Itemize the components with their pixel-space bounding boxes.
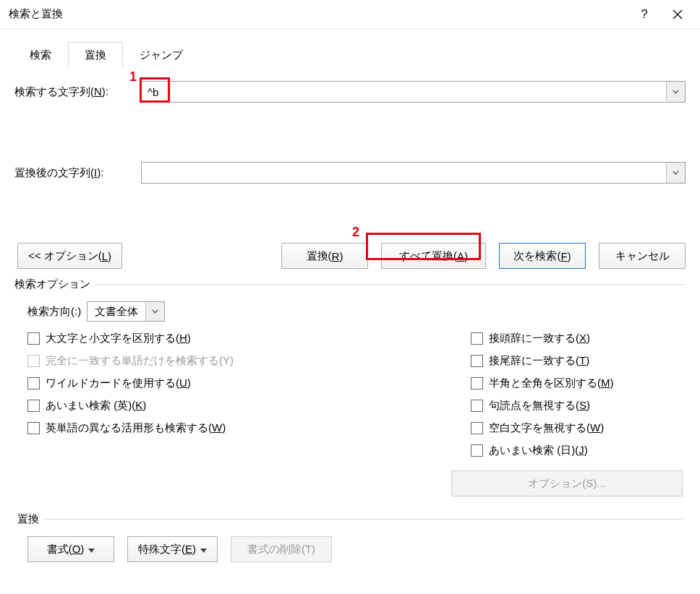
- find-input-combo[interactable]: [141, 81, 686, 103]
- search-options-fieldset: 検索オプション 検索方向(:) 文書全体 大文字と小文字を区別する(H): [14, 277, 686, 496]
- match-case-checkbox[interactable]: 大文字と小文字を区別する(H): [27, 332, 355, 345]
- chevron-down-icon: [673, 90, 679, 94]
- tab-content: 検索する文字列(N): 置換後の文字列(I): << オプション(L) 置換(: [0, 68, 700, 562]
- wildcards-checkbox[interactable]: ワイルドカードを使用する(U): [27, 376, 355, 390]
- replace-input-combo[interactable]: [141, 162, 686, 184]
- titlebar: 検索と置換 ?: [0, 0, 700, 29]
- replace-dropdown-button[interactable]: [666, 163, 685, 183]
- whitespace-checkbox[interactable]: 空白文字を無視する(W): [471, 421, 683, 435]
- tab-search[interactable]: 検索: [13, 42, 68, 68]
- cancel-button[interactable]: キャンセル: [599, 243, 686, 269]
- tab-replace[interactable]: 置換: [68, 42, 123, 68]
- whole-word-checkbox: 完全に一致する単語だけを検索する(Y): [27, 354, 355, 368]
- help-button[interactable]: ?: [628, 3, 661, 26]
- svg-marker-2: [88, 548, 95, 553]
- replace-label: 置換後の文字列(I):: [14, 166, 141, 180]
- prefix-checkbox[interactable]: 接頭辞に一致する(X): [471, 332, 683, 345]
- svg-marker-3: [200, 548, 207, 553]
- replace-button[interactable]: 置換(R): [281, 243, 368, 269]
- caret-down-icon: [200, 548, 207, 553]
- replace-row: 置換後の文字列(I):: [14, 162, 686, 184]
- word-forms-checkbox[interactable]: 英単語の異なる活用形も検索する(W): [27, 421, 355, 435]
- tab-jump[interactable]: ジャンプ: [123, 42, 200, 68]
- replace-section: 置換 書式(O) 特殊文字(E) 書式の削除(T): [14, 512, 686, 562]
- suffix-checkbox[interactable]: 接尾辞に一致する(T): [471, 354, 683, 368]
- caret-down-icon: [88, 548, 95, 553]
- direction-dropdown-button[interactable]: [145, 302, 164, 321]
- tab-strip: 検索 置換 ジャンプ: [13, 42, 700, 68]
- format-button[interactable]: 書式(O): [27, 536, 114, 562]
- find-next-button[interactable]: 次を検索(F): [499, 243, 586, 269]
- close-button[interactable]: [661, 3, 694, 26]
- find-row: 検索する文字列(N):: [14, 81, 686, 103]
- less-options-button[interactable]: << オプション(L): [17, 243, 122, 269]
- direction-row: 検索方向(:) 文書全体: [27, 301, 683, 322]
- find-dropdown-button[interactable]: [666, 82, 685, 102]
- punctuation-checkbox[interactable]: 句読点を無視する(S): [471, 399, 683, 413]
- replace-section-legend: 置換: [17, 512, 39, 526]
- direction-select[interactable]: 文書全体: [87, 301, 165, 322]
- replace-all-button[interactable]: すべて置換(A): [381, 243, 486, 269]
- width-checkbox[interactable]: 半角と全角を区別する(M): [471, 376, 683, 390]
- sounds-like-en-checkbox[interactable]: あいまい検索 (英)(K): [27, 399, 355, 413]
- close-icon: [673, 9, 683, 20]
- chevron-down-icon: [673, 171, 679, 175]
- main-buttons: << オプション(L) 置換(R) すべて置換(A) 次を検索(F) キャンセル: [17, 243, 686, 269]
- dialog-title: 検索と置換: [9, 7, 628, 21]
- find-input[interactable]: [142, 82, 666, 102]
- find-label: 検索する文字列(N):: [14, 85, 141, 99]
- options-s-button: オプション(S)...: [451, 470, 683, 496]
- special-button[interactable]: 特殊文字(E): [127, 536, 218, 562]
- replace-input[interactable]: [142, 163, 666, 183]
- chevron-down-icon: [152, 309, 158, 314]
- sounds-like-ja-checkbox[interactable]: あいまい検索 (日)(J): [471, 444, 683, 457]
- no-formatting-button: 書式の削除(T): [231, 536, 332, 562]
- direction-label: 検索方向(:): [27, 305, 81, 319]
- search-options-legend: 検索オプション: [14, 277, 90, 291]
